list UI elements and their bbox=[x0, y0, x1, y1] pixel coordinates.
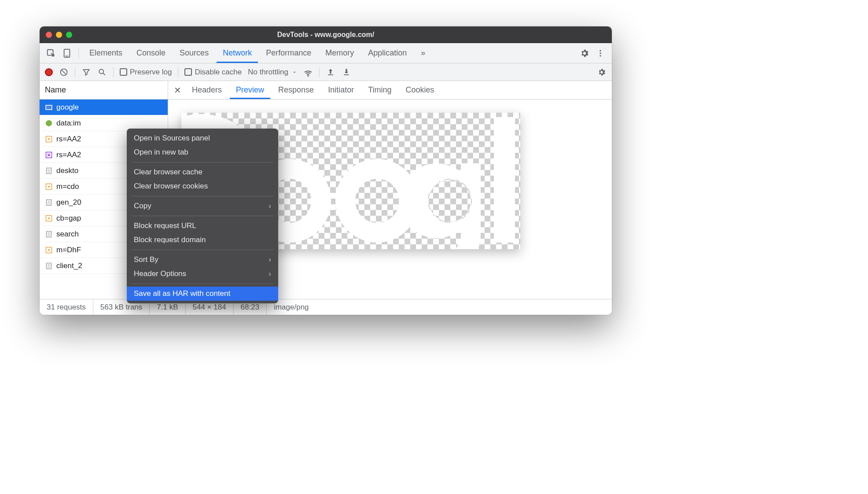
svg-line-9 bbox=[103, 73, 105, 75]
chevron-right-icon: › bbox=[268, 269, 271, 278]
main-tabbar: Elements Console Sources Network Perform… bbox=[40, 43, 612, 63]
svg-point-4 bbox=[600, 52, 601, 54]
svg-line-7 bbox=[62, 70, 66, 74]
svg-rect-12 bbox=[344, 74, 349, 75]
svg-point-29 bbox=[48, 218, 50, 219]
detail-tab-response[interactable]: Response bbox=[272, 81, 320, 99]
column-header-name[interactable]: Name bbox=[40, 81, 168, 100]
tab-performance[interactable]: Performance bbox=[260, 43, 317, 63]
request-name: search bbox=[56, 230, 79, 239]
network-conditions-icon[interactable] bbox=[303, 67, 313, 77]
menu-clear-cache[interactable]: Clear browser cache bbox=[127, 165, 278, 179]
file-type-icon bbox=[45, 183, 53, 191]
disable-cache-checkbox[interactable]: Disable cache bbox=[184, 68, 242, 77]
content-area: Name googledata:imrs=AA2rs=AA2desktom=cd… bbox=[40, 81, 612, 299]
svg-point-5 bbox=[600, 55, 601, 56]
file-type-icon bbox=[45, 119, 53, 127]
inspect-icon[interactable] bbox=[44, 46, 58, 60]
request-name: m=DhF bbox=[56, 246, 81, 254]
menu-block-domain[interactable]: Block request domain bbox=[127, 233, 278, 247]
svg-point-47 bbox=[355, 179, 399, 223]
status-requests: 31 requests bbox=[40, 299, 93, 315]
request-name: m=cdo bbox=[56, 182, 79, 191]
tab-more[interactable]: » bbox=[415, 43, 431, 63]
preserve-log-checkbox[interactable]: Preserve log bbox=[120, 68, 172, 77]
status-bar: 31 requests 563 kB trans 7.1 kB 544 × 18… bbox=[40, 299, 612, 315]
file-type-icon bbox=[45, 246, 53, 254]
record-button[interactable] bbox=[45, 68, 53, 76]
file-type-icon bbox=[45, 214, 53, 222]
menu-sort-by[interactable]: Sort By› bbox=[127, 253, 278, 267]
menu-open-sources[interactable]: Open in Sources panel bbox=[127, 131, 278, 145]
search-icon[interactable] bbox=[97, 67, 107, 77]
menu-copy[interactable]: Copy› bbox=[127, 199, 278, 213]
file-type-icon bbox=[45, 262, 53, 270]
request-name: cb=gap bbox=[56, 214, 81, 223]
file-type-icon bbox=[45, 151, 53, 159]
menu-open-new-tab[interactable]: Open in new tab bbox=[127, 145, 278, 159]
chevron-down-icon bbox=[292, 70, 297, 75]
request-name: deskto bbox=[56, 166, 78, 175]
request-name: client_2 bbox=[56, 262, 82, 270]
detail-tab-initiator[interactable]: Initiator bbox=[322, 81, 360, 99]
detail-tab-preview[interactable]: Preview bbox=[230, 81, 270, 99]
file-type-icon bbox=[45, 103, 53, 111]
disable-cache-label: Disable cache bbox=[195, 68, 242, 77]
file-type-icon bbox=[45, 230, 53, 238]
detail-tab-cookies[interactable]: Cookies bbox=[400, 81, 441, 99]
svg-point-10 bbox=[308, 75, 309, 76]
window-title: DevTools - www.google.com/ bbox=[40, 31, 612, 39]
tabbar-divider bbox=[78, 48, 79, 59]
request-name: rs=AA2 bbox=[56, 135, 81, 144]
chevron-right-icon: › bbox=[268, 202, 271, 210]
throttling-label: No throttling bbox=[248, 68, 288, 77]
filter-icon[interactable] bbox=[81, 67, 91, 77]
svg-rect-14 bbox=[46, 106, 51, 109]
kebab-menu-icon[interactable] bbox=[593, 46, 607, 60]
throttling-dropdown[interactable]: No throttling bbox=[248, 68, 297, 77]
tab-console[interactable]: Console bbox=[130, 43, 172, 63]
svg-point-3 bbox=[600, 50, 601, 51]
file-type-icon bbox=[45, 135, 53, 143]
svg-point-8 bbox=[99, 69, 103, 74]
tab-memory[interactable]: Memory bbox=[319, 43, 360, 63]
svg-point-16 bbox=[48, 138, 50, 140]
settings-icon[interactable] bbox=[577, 46, 592, 60]
svg-point-23 bbox=[48, 186, 50, 188]
request-row[interactable]: google bbox=[40, 100, 168, 115]
devtools-window: DevTools - www.google.com/ Elements Cons… bbox=[40, 26, 612, 315]
network-toolbar: Preserve log Disable cache No throttling bbox=[40, 63, 612, 81]
request-name: rs=AA2 bbox=[56, 151, 81, 159]
file-type-icon bbox=[45, 167, 53, 175]
tab-network[interactable]: Network bbox=[217, 43, 258, 63]
device-toggle-icon[interactable] bbox=[60, 46, 74, 60]
tab-sources[interactable]: Sources bbox=[173, 43, 215, 63]
menu-header-options[interactable]: Header Options› bbox=[127, 267, 278, 281]
context-menu: Open in Sources panel Open in new tab Cl… bbox=[127, 129, 278, 303]
panel-settings-icon[interactable] bbox=[597, 67, 607, 77]
request-name: gen_20 bbox=[56, 198, 81, 207]
svg-point-48 bbox=[429, 180, 471, 222]
chevron-right-icon: › bbox=[268, 255, 271, 264]
upload-har-icon[interactable] bbox=[326, 67, 335, 77]
detail-tabs: ✕ Headers Preview Response Initiator Tim… bbox=[168, 81, 612, 100]
detail-tab-timing[interactable]: Timing bbox=[362, 81, 397, 99]
preserve-log-label: Preserve log bbox=[130, 68, 172, 77]
request-name: data:im bbox=[56, 119, 81, 128]
clear-icon[interactable] bbox=[59, 67, 69, 77]
menu-clear-cookies[interactable]: Clear browser cookies bbox=[127, 179, 278, 193]
menu-block-url[interactable]: Block request URL bbox=[127, 219, 278, 233]
detail-tab-headers[interactable]: Headers bbox=[186, 81, 228, 99]
svg-point-35 bbox=[48, 249, 50, 251]
file-type-icon bbox=[45, 199, 53, 206]
titlebar: DevTools - www.google.com/ bbox=[40, 26, 612, 43]
svg-rect-11 bbox=[328, 74, 333, 75]
tab-elements[interactable]: Elements bbox=[83, 43, 129, 63]
menu-save-har[interactable]: Save all as HAR with content bbox=[127, 287, 278, 301]
download-har-icon[interactable] bbox=[342, 67, 351, 77]
tab-application[interactable]: Application bbox=[362, 43, 413, 63]
request-name: google bbox=[56, 103, 79, 112]
close-panel-button[interactable]: ✕ bbox=[171, 84, 184, 97]
